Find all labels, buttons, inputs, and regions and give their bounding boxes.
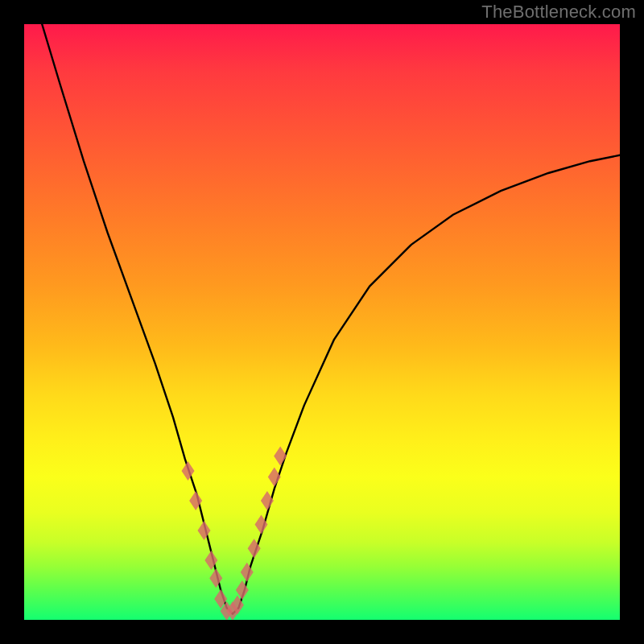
outer-frame: TheBottleneck.com: [0, 0, 644, 644]
bottleneck-curve: [42, 24, 620, 614]
marker-point: [197, 521, 210, 540]
plot-gradient-area: [24, 24, 620, 620]
marker-point: [268, 467, 281, 486]
watermark-text: TheBottleneck.com: [481, 2, 636, 23]
marker-point: [209, 568, 222, 588]
marker-point: [261, 491, 274, 510]
chart-svg: [24, 24, 620, 620]
marker-point: [182, 461, 195, 481]
marker-point: [274, 447, 287, 466]
highlighted-markers: [182, 447, 287, 621]
